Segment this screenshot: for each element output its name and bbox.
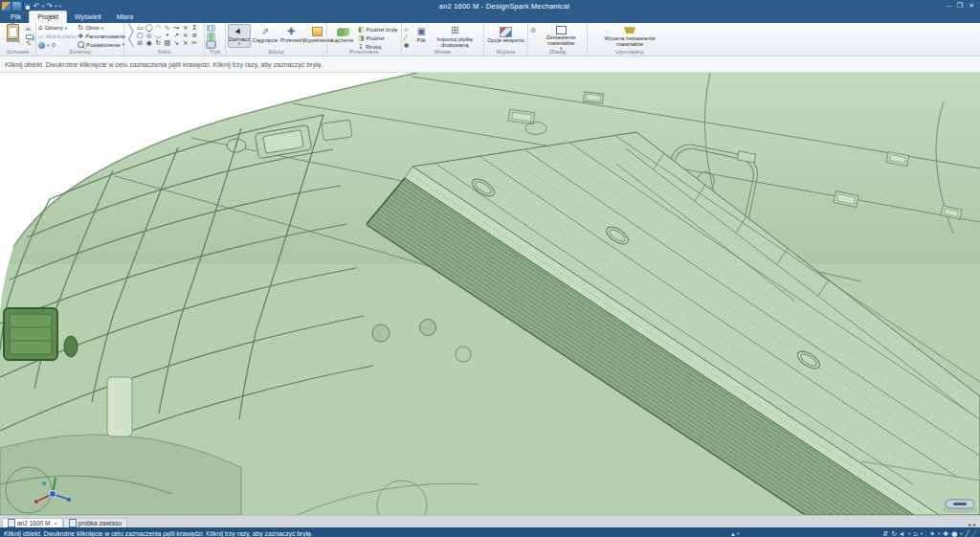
insert-point-icon[interactable]: ●	[404, 41, 409, 48]
sketch-tool-icon[interactable]: ↝	[173, 24, 179, 32]
sketch-tool-icon[interactable]: ◎	[146, 32, 152, 39]
status-line-tool-icon[interactable]: ╱	[966, 530, 969, 537]
sketch-tool-icon[interactable]: ▨	[164, 39, 170, 47]
sketch-mode-icon[interactable]	[207, 25, 215, 32]
home-view-button[interactable]: ⌂ Główny ▾	[38, 24, 76, 32]
import-pcb-button[interactable]: ⊞ Importuj płytkę drukowaną	[434, 24, 476, 48]
cut-icon[interactable]: ✂	[26, 26, 33, 34]
status-zoom-icon[interactable]: ●	[951, 530, 957, 537]
cart-icon	[624, 27, 635, 34]
status-fly-icon[interactable]: ✈	[929, 530, 935, 537]
sketch-tool-icon[interactable]: ×	[183, 32, 189, 39]
insert-axis-icon[interactable]: ╱	[404, 34, 409, 40]
exhaust-port	[64, 336, 78, 357]
split-icon: ◨	[358, 34, 365, 42]
fill-icon	[312, 27, 323, 36]
export-options-button[interactable]: Opcje eksportu	[486, 24, 525, 48]
cowl-panel	[107, 377, 132, 436]
paste-button[interactable]: Wklej	[2, 24, 24, 48]
titlebar: ↶ ▾ ↷ ▾ ▾ an2 1600 M - DesignSpark Mecha…	[0, 0, 980, 11]
undo-caret-icon[interactable]: ▾	[42, 3, 45, 9]
split-button[interactable]: ◨ Podziel	[358, 34, 398, 42]
format-painter-icon[interactable]: ✎	[26, 40, 33, 48]
sketch-tool-icon[interactable]: ╲	[129, 24, 133, 32]
status-pan-icon[interactable]: ✚	[943, 530, 948, 537]
undo-icon[interactable]: ↶	[33, 2, 40, 11]
sketch-tool-icon[interactable]: ╲	[129, 39, 133, 47]
sketch-tool-icon[interactable]: ◠	[155, 24, 161, 32]
document-icon	[69, 519, 77, 527]
sketch-tool-icon[interactable]: ↻	[155, 39, 161, 47]
status-line-tool-dim-icon[interactable]: ╱	[972, 530, 976, 537]
sketch-tool-icon[interactable]: ∿	[165, 24, 170, 32]
viewport[interactable]	[0, 73, 980, 515]
redo-icon[interactable]: ↷	[46, 2, 53, 11]
status-spin-arrows-icon[interactable]: ⇵	[882, 530, 888, 537]
status-box-select-icon[interactable]: ▫	[913, 530, 918, 537]
sketch-tool-icon[interactable]: ×	[183, 39, 189, 47]
select-tool-button[interactable]: ➤ Zaznacz ▾	[228, 24, 251, 48]
tab-scroll-left-icon[interactable]: ◂	[968, 521, 970, 527]
sketch-tool-icon[interactable]: ≡	[191, 32, 197, 39]
select-cursor-icon: ➤	[234, 26, 245, 36]
sketch-tool-icon[interactable]: ▭	[137, 24, 144, 32]
sketch-tool-icon[interactable]: ⊘	[137, 39, 143, 47]
doc-tab-an2[interactable]: an2 1600 M ×	[2, 518, 63, 527]
move-icon: ✚	[287, 26, 295, 37]
open-file-icon[interactable]	[12, 2, 21, 11]
minimize-button[interactable]: –	[947, 2, 951, 10]
bom-quote-button[interactable]: Wycena zestawienia materiałów	[590, 24, 670, 48]
status-select-icon[interactable]: ➤	[898, 529, 907, 537]
inspect-icon[interactable]: ⚙	[530, 27, 536, 34]
file-icon: ▣	[417, 26, 426, 37]
pull-icon: ⇗	[261, 26, 269, 37]
sketch-tool-icon[interactable]: ×	[183, 24, 189, 32]
sketch-tool-icon[interactable]: Σ	[192, 24, 196, 32]
prompt-bar: Kliknij obiekt. Dwukrotne kliknięcie w c…	[0, 56, 980, 73]
warnings-dropdown[interactable]: ▲ ▾	[730, 531, 739, 537]
move-tool-button[interactable]: ✚ Przenieś	[279, 24, 303, 48]
pull-tool-button[interactable]: ⇗ Ciągnięcie	[253, 24, 278, 48]
document-tab-bar: an2 1600 M × próbka zawiasu ◂ ▸	[0, 515, 980, 527]
tab-plik[interactable]: Plik	[3, 11, 29, 23]
solid-mode-icon[interactable]	[207, 41, 215, 48]
tab-close-icon[interactable]: ×	[54, 521, 57, 526]
sketch-tool-grid: ╲ ▭ ◯ ◠ ∿ ↝ × Σ ╱ ▢ ◎ ◡ • ↗ × ≡ ╲ ⊘ ◉ ↻	[126, 24, 199, 48]
viewport-canvas[interactable]	[0, 73, 980, 515]
restore-button[interactable]: ❐	[957, 2, 963, 10]
nav-widget[interactable]	[943, 500, 977, 513]
doc-tab-probka[interactable]: próbka zawiasu	[63, 518, 127, 527]
status-text: Kliknij obiekt. Dwukrotne kliknięcie w c…	[4, 530, 313, 537]
redo-caret-icon[interactable]: ▾	[55, 3, 57, 9]
spin-button[interactable]: ↻ Obrót ▾	[78, 24, 125, 32]
sketch-tool-icon[interactable]: ◯	[145, 24, 153, 32]
pan-icon: ✚	[78, 33, 83, 40]
tab-scroll-right-icon[interactable]: ▸	[973, 521, 976, 527]
plan-view-button[interactable]: ▱ Widok planu	[38, 33, 76, 40]
sketch-tool-icon[interactable]: ↗	[173, 32, 179, 39]
app-icon[interactable]	[2, 2, 11, 11]
section-mode-icon[interactable]	[207, 33, 215, 39]
sketch-tool-icon[interactable]: ◉	[146, 39, 152, 47]
fill-tool-button[interactable]: Wypełnienie	[304, 24, 329, 48]
sketch-tool-icon[interactable]: ✂	[191, 39, 197, 47]
bom-button[interactable]: Zestawienie materiałów ▾	[538, 24, 584, 48]
sketch-tool-icon[interactable]: •	[166, 32, 169, 39]
close-button[interactable]: ✕	[969, 2, 974, 10]
split-body-button[interactable]: ◧ Podziel bryłę	[358, 26, 398, 34]
save-icon[interactable]	[23, 2, 32, 11]
status-separator	[925, 530, 926, 537]
zoom-button[interactable]: Powiększenie ▾	[78, 41, 125, 48]
copy-icon[interactable]	[26, 34, 33, 39]
insert-file-button[interactable]: ▣ Plik	[411, 24, 432, 48]
combine-button[interactable]: Łączenie	[329, 24, 356, 48]
sketch-tool-icon[interactable]: ↘	[173, 39, 179, 47]
status-orbit-icon[interactable]: ↻	[891, 530, 897, 537]
tab-miara[interactable]: Miara	[109, 11, 142, 23]
insert-plane-icon[interactable]: ▱	[404, 26, 409, 33]
sketch-tool-icon[interactable]: ▢	[137, 32, 144, 39]
sketch-tool-icon[interactable]: ◡	[155, 32, 161, 39]
tab-projekt[interactable]: Projekt	[29, 11, 67, 23]
tab-wyswietl[interactable]: Wyświetl	[67, 11, 109, 23]
pan-button[interactable]: ✚ Panoramowanie	[78, 33, 125, 40]
